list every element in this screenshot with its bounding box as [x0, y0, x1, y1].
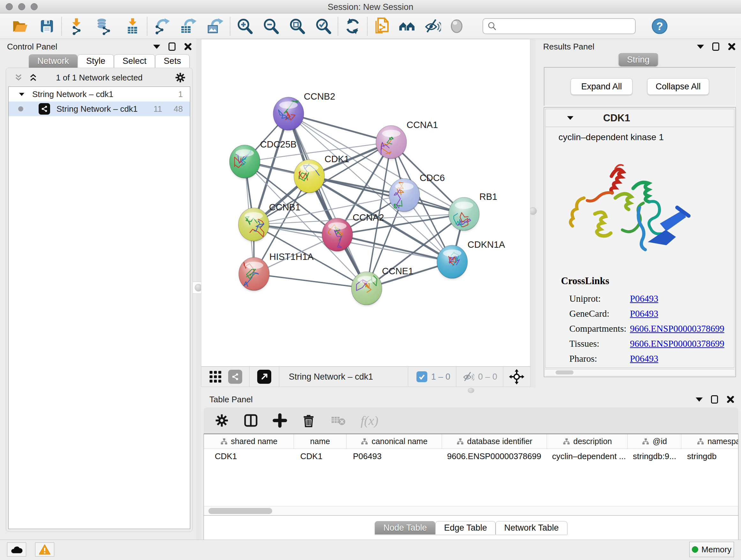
zoom-in-button[interactable]: [233, 16, 256, 37]
expand-all-chevron-icon[interactable]: [28, 73, 38, 82]
column-header-id[interactable]: @id: [628, 434, 681, 449]
crosslink-genecard-link[interactable]: P06493: [630, 308, 658, 319]
right-splitter[interactable]: [530, 39, 536, 387]
entry-collapse-icon[interactable]: [567, 116, 574, 120]
network-node-RB1[interactable]: RB1: [449, 192, 497, 231]
export-network-button[interactable]: [151, 16, 173, 37]
collapse-all-chevron-icon[interactable]: [14, 73, 23, 82]
apply-layout-button[interactable]: [341, 16, 364, 37]
results-horizontal-scrollbar[interactable]: [545, 369, 734, 375]
save-session-button[interactable]: [36, 16, 58, 37]
panel-close-icon[interactable]: [726, 395, 735, 403]
search-input[interactable]: [497, 21, 631, 31]
cell-description[interactable]: cyclin–dependent ...: [547, 449, 628, 463]
zoom-fit-button[interactable]: [286, 16, 308, 37]
column-header-description[interactable]: description: [547, 434, 628, 449]
crosslink-pharos-link[interactable]: P06493: [630, 354, 658, 364]
cdk1-entry-header[interactable]: CDK1: [546, 109, 734, 127]
export-table-button[interactable]: [178, 16, 200, 37]
panel-collapse-icon[interactable]: [153, 45, 160, 49]
tab-sets[interactable]: Sets: [155, 54, 190, 68]
network-node-CDC6[interactable]: CDC6: [389, 173, 445, 212]
function-builder-icon-disabled: f(x): [360, 413, 379, 428]
warnings-button[interactable]: [35, 543, 54, 557]
column-header-database-identifier[interactable]: database identifier: [442, 434, 547, 449]
network-node-CDKN1A[interactable]: CDKN1A: [437, 240, 505, 279]
tab-node-table[interactable]: Node Table: [375, 521, 435, 535]
cell-canonical-name[interactable]: P06493: [347, 449, 442, 463]
table-options-gear-icon[interactable]: [214, 413, 229, 428]
tab-style[interactable]: Style: [77, 54, 114, 68]
network-canvas[interactable]: CCNB2CCNA1CDC25BCDK1CDC6RB1CCNB1CCNA2CDK…: [201, 39, 530, 367]
network-edge[interactable]: [288, 114, 367, 288]
network-options-gear-icon[interactable]: [175, 72, 186, 83]
delete-column-trash-icon[interactable]: [301, 413, 316, 428]
table-row[interactable]: CDK1 CDK1 P06493 9606.ENSP00000378699 cy…: [204, 449, 738, 463]
cell-database-identifier[interactable]: 9606.ENSP00000378699: [442, 449, 547, 463]
first-neighbors-button[interactable]: [396, 16, 418, 37]
birds-eye-view-icon[interactable]: [208, 370, 222, 384]
network-row-selected[interactable]: String Network – cdk1 11 48: [9, 102, 190, 116]
cell-id[interactable]: stringdb:9...: [628, 449, 681, 463]
open-in-window-icon[interactable]: [257, 370, 271, 384]
panel-collapse-icon[interactable]: [697, 45, 704, 49]
column-header-shared-name[interactable]: shared name: [204, 434, 294, 449]
import-network-database-button[interactable]: [93, 16, 116, 37]
show-all-button[interactable]: [446, 16, 468, 37]
tab-string[interactable]: String: [618, 53, 658, 66]
left-splitter[interactable]: [196, 39, 201, 540]
help-button[interactable]: ?: [649, 16, 671, 37]
network-edge[interactable]: [254, 274, 367, 288]
network-edge[interactable]: [337, 235, 452, 262]
expand-all-button[interactable]: Expand All: [570, 78, 632, 95]
network-share-badge-icon[interactable]: [228, 370, 242, 384]
import-network-file-button[interactable]: [65, 16, 87, 37]
cell-shared-name[interactable]: CDK1: [204, 449, 294, 463]
tab-edge-table[interactable]: Edge Table: [435, 521, 495, 535]
network-node-CCNA1[interactable]: CCNA1: [376, 120, 438, 159]
column-header-canonical-name[interactable]: canonical name: [347, 434, 442, 449]
collapse-all-button[interactable]: Collapse All: [647, 78, 709, 95]
tree-expand-icon[interactable]: [19, 92, 24, 96]
hide-selection-button[interactable]: [421, 16, 443, 37]
string-network-graph[interactable]: CCNB2CCNA1CDC25BCDK1CDC6RB1CCNB1CCNA2CDK…: [201, 39, 530, 366]
new-network-from-selection-button[interactable]: [371, 16, 393, 37]
tab-network-table[interactable]: Network Table: [495, 521, 567, 535]
panel-collapse-icon[interactable]: [696, 397, 703, 401]
panel-close-icon[interactable]: [184, 43, 192, 51]
panel-close-icon[interactable]: [728, 43, 736, 51]
crosslink-uniprot-link[interactable]: P06493: [630, 294, 658, 304]
toolbar-separator: [338, 17, 338, 36]
zoom-out-button[interactable]: [260, 16, 282, 37]
table-type-tabs: Node Table Edge Table Network Table: [201, 521, 741, 535]
show-columns-icon[interactable]: [243, 413, 259, 428]
pan-crosshair-icon[interactable]: [509, 369, 524, 384]
panel-float-icon[interactable]: [169, 43, 176, 51]
tab-network[interactable]: Network: [29, 54, 77, 68]
column-header-namespace[interactable]: namespace: [681, 434, 738, 449]
network-node-HIST1H1A[interactable]: HIST1H1A: [239, 252, 314, 291]
cloud-status-button[interactable]: [7, 543, 26, 557]
panel-float-icon[interactable]: [711, 395, 718, 403]
selected-items-checkbox-icon[interactable]: [416, 371, 427, 382]
import-table-button[interactable]: [121, 16, 144, 37]
panel-float-icon[interactable]: [712, 43, 719, 51]
open-session-button[interactable]: [9, 16, 31, 37]
table-horizontal-scrollbar[interactable]: [204, 506, 738, 516]
network-collection-row[interactable]: String Network – cdk1 1: [9, 87, 190, 102]
tab-select[interactable]: Select: [114, 54, 155, 68]
toolbar-search[interactable]: [482, 18, 636, 34]
network-type-icon: [39, 103, 50, 115]
cell-name[interactable]: CDK1: [294, 449, 347, 463]
zoom-selected-button[interactable]: [312, 16, 334, 37]
crosslink-compartments-link[interactable]: 9606.ENSP00000378699: [630, 323, 724, 334]
network-node-CCNE1[interactable]: CCNE1: [351, 266, 413, 306]
network-node-CCNB1[interactable]: CCNB1: [239, 202, 300, 242]
column-header-name[interactable]: name: [294, 434, 347, 449]
export-image-button[interactable]: [204, 16, 226, 37]
crosslink-tissues-link[interactable]: 9606.ENSP00000378699: [630, 338, 724, 349]
network-node-label: CDKN1A: [468, 240, 505, 250]
memory-button[interactable]: Memory: [689, 542, 734, 557]
create-column-plus-icon[interactable]: [273, 413, 287, 428]
cell-namespace[interactable]: stringdb: [681, 449, 738, 463]
